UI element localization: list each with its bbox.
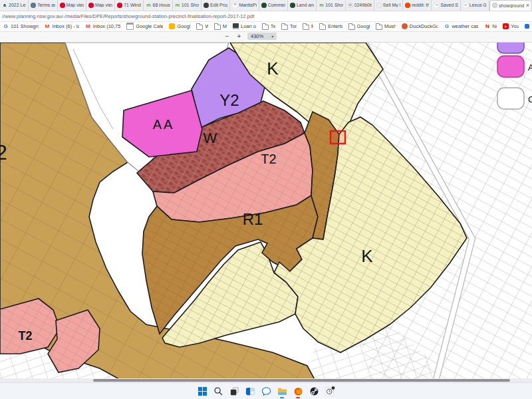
clock-app-button[interactable] [325, 386, 335, 396]
browser-tab[interactable]: Map view [86, 0, 115, 11]
url-text: //www.planning.nsw.gov.au/-/media/Files/… [2, 13, 254, 19]
bookmark-label: DuckDuckGo — Privac... [410, 23, 438, 29]
bookmark-item[interactable]: Torrents [281, 23, 297, 30]
bookmark-item[interactable]: 101 Showground Rd - ... [3, 23, 39, 29]
browser-tab[interactable]: m101 Showg [317, 0, 345, 11]
search-button[interactable] [213, 386, 223, 396]
folder-icon [376, 25, 382, 30]
browser-tab-active[interactable]: showground× [489, 0, 532, 11]
chat-bubble-icon [261, 386, 271, 396]
pdf-page-zoning-map: K Y2 AA W T2 R1 K T2 2 AA Ca [0, 43, 532, 379]
bookmark-item[interactable]: Inbox (6) - ichoosethe... [45, 23, 79, 29]
bookmark-item[interactable]: Media [214, 23, 227, 30]
tab-label: Lexus GS C [469, 3, 487, 7]
steam-button[interactable] [309, 386, 319, 396]
browser-tab[interactable]: Map view [58, 0, 86, 11]
gmail-icon [45, 23, 51, 29]
tab-label: MantisProj [239, 3, 256, 7]
bookmark-label: Work [205, 23, 207, 29]
zone-label-t2: T2 [261, 152, 276, 166]
bookmark-item[interactable]: Loan overview [233, 23, 256, 29]
folder-icon [196, 25, 203, 30]
firefox-icon [293, 386, 303, 396]
zone-label-t2-bottom: T2 [18, 329, 32, 342]
horizontal-scrollbar[interactable] [0, 378, 532, 382]
tab-favicon [117, 3, 122, 8]
bookmark-item[interactable]: DuckDuckGo — Privac... [402, 23, 438, 29]
chat-button[interactable] [261, 386, 271, 396]
tab-favicon [376, 3, 382, 8]
legend-swatch-magenta [497, 56, 524, 77]
bookmark-label: Netflix [492, 23, 497, 29]
address-bar[interactable]: //www.planning.nsw.gov.au/-/media/Files/… [0, 11, 532, 22]
browser-tab[interactable]: Land and D [288, 0, 317, 11]
bookmark-item[interactable]: Work [196, 23, 207, 30]
tab-strip: a2022 LexusTerms andMap viewMap view71 W… [0, 0, 532, 11]
tab-favicon [290, 3, 295, 8]
bookmark-item[interactable]: weather castle hill - G... [444, 23, 478, 29]
zoom-out-button[interactable]: − [223, 33, 231, 40]
tab-label: Map view [66, 3, 84, 7]
bookmark-item[interactable]: Entertainment [319, 23, 342, 30]
tab-favicon: a [2, 3, 7, 8]
bookmark-label: Loan overview [241, 23, 256, 29]
folder-icon [281, 25, 288, 30]
folder-icon [214, 25, 221, 30]
zoom-level-select[interactable]: 430% ▾ [247, 33, 277, 40]
tab-label: showground [499, 3, 524, 8]
bookmark-item[interactable]: Mushrooms [376, 23, 396, 30]
zoom-in-button[interactable]: + [235, 33, 243, 40]
tab-favicon: ≡ [348, 3, 353, 8]
browser-tab[interactable]: ~Lexus GS C [461, 0, 489, 11]
widgets-button[interactable] [245, 386, 255, 396]
file-explorer-button[interactable] [277, 386, 287, 396]
bookmark-item[interactable]: Misc [303, 23, 313, 30]
browser-tab[interactable]: Edit Prope [201, 0, 230, 11]
zone-label-aa: AA [153, 117, 175, 132]
task-view-button[interactable] [229, 386, 239, 396]
browser-tab[interactable]: 71 Windso [115, 0, 144, 11]
tab-close-icon[interactable]: × [525, 2, 529, 9]
browser-window: a2022 LexusTerms andMap viewMap view71 W… [0, 0, 532, 399]
scrollbar-thumb[interactable] [93, 379, 510, 382]
zoning-map-svg: K Y2 AA W T2 R1 K T2 2 AA Ca [0, 43, 532, 379]
browser-tab[interactable]: m101 Showg [173, 0, 201, 11]
tab-label: Saved Sear [440, 3, 458, 7]
bookmark-item[interactable]: Google Keep [169, 23, 190, 29]
bookmark-item[interactable]: Google Calendar - Jan... [126, 23, 163, 30]
bookmark-item[interactable]: YouTube [503, 23, 519, 29]
tab-favicon [492, 3, 497, 8]
folder-icon [319, 25, 326, 30]
start-button[interactable] [197, 386, 207, 396]
browser-tab[interactable]: Commerci [259, 0, 288, 11]
browser-tab[interactable]: *MantisProj [230, 0, 259, 11]
keep-icon [169, 23, 175, 29]
bookmark-item[interactable]: Netflix [484, 23, 497, 29]
tab-favicon: m [175, 3, 180, 8]
bookmark-label: Torrents [290, 23, 297, 29]
bookmark-item[interactable]: Twitter [262, 23, 275, 30]
tab-label: 71 Windso [124, 3, 141, 7]
search-icon [213, 386, 223, 396]
browser-tab[interactable]: ~Saved Sear [432, 0, 460, 11]
browser-tab[interactable]: Sell My Propert [374, 0, 403, 11]
tab-favicon [31, 3, 36, 8]
zone-label-w: W [203, 130, 217, 146]
bookmark-label: Google Keep [177, 23, 190, 29]
task-view-icon [229, 386, 239, 396]
bookmark-item[interactable]: Inbox (10,750) - alexm... [85, 23, 121, 29]
browser-tab[interactable]: reddit: the f [403, 0, 432, 11]
legend-label-ca: Ca [528, 94, 532, 104]
browser-tab[interactable]: a2022 Lexus [0, 0, 29, 11]
zone-label-k-right: K [361, 246, 373, 266]
browser-tab[interactable]: Terms and [29, 0, 57, 11]
google-g-icon [444, 23, 450, 29]
tab-favicon [405, 3, 410, 8]
tab-favicon: ~ [434, 3, 439, 8]
browser-tab[interactable]: m68 House [144, 0, 172, 11]
bookmarks-trailing-indicator[interactable] [525, 24, 529, 29]
browser-tab[interactable]: ≡0249b0bd [346, 0, 374, 11]
steam-icon [309, 386, 319, 396]
firefox-button[interactable] [293, 386, 303, 396]
bookmark-item[interactable]: Google Docs [348, 23, 370, 30]
